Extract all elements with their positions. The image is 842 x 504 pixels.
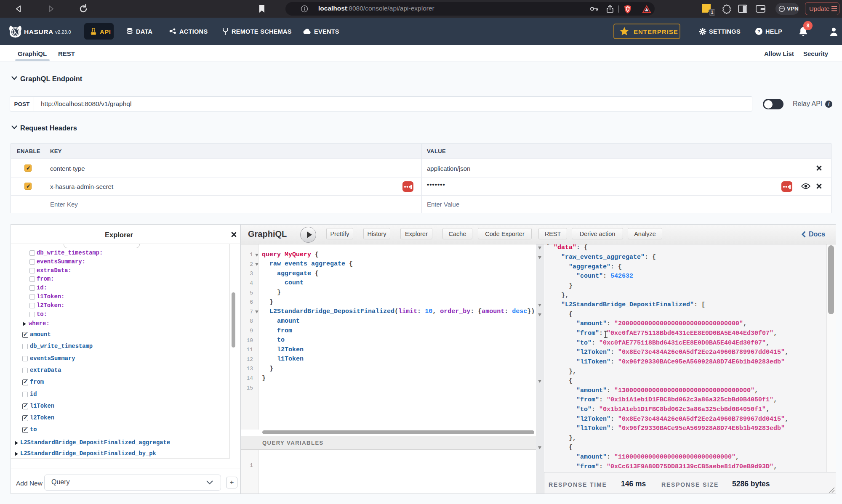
svg-text:?: ?: [757, 29, 760, 34]
